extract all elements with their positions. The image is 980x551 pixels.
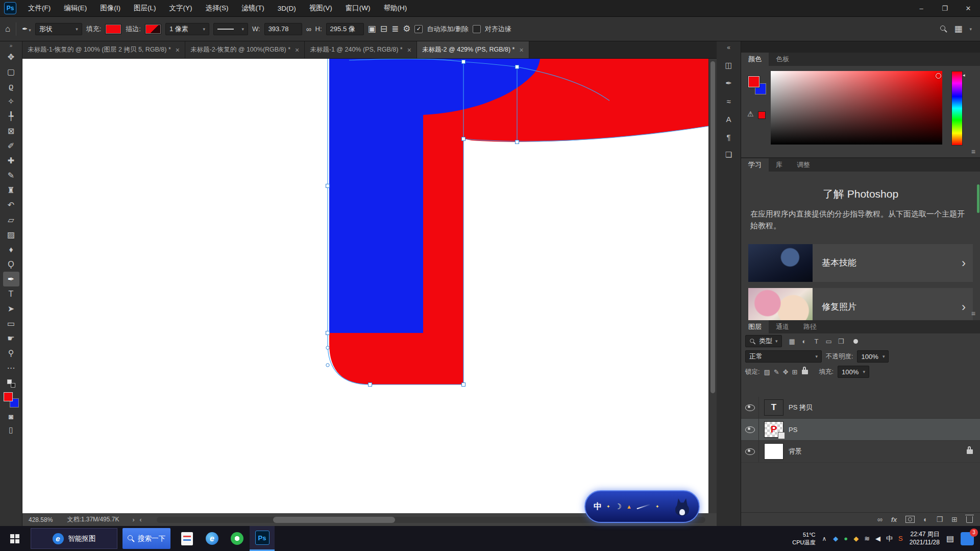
panel-tab[interactable]: 路径 [796, 320, 824, 333]
layer-filter-dropdown[interactable]: 类型 ▾ [745, 335, 782, 347]
menu-item[interactable]: 窗口(W) [339, 0, 377, 16]
tab-close-icon[interactable]: × [295, 46, 299, 54]
filter-type-layers-icon[interactable]: T [812, 338, 822, 345]
workspace-icon[interactable]: ▦ [954, 23, 962, 34]
foreground-color-swatch[interactable] [4, 392, 13, 401]
menu-item[interactable]: 视图(V) [303, 0, 339, 16]
learn-card-basics[interactable]: 基本技能 › [748, 244, 973, 282]
stroke-width-input[interactable]: 1 像素▾ [165, 23, 209, 35]
pen-tool[interactable]: ✒ [3, 272, 19, 286]
adjustment-layer-icon[interactable]: ◐ [923, 515, 927, 523]
add-layer-mask-icon[interactable] [905, 516, 915, 523]
panel-scrollbar-thumb[interactable] [977, 184, 979, 213]
blur-tool[interactable]: ♦ [3, 242, 19, 257]
history-brush-tool[interactable]: ↶ [3, 198, 19, 212]
brush-tool[interactable]: ✎ [3, 168, 19, 183]
menu-item[interactable]: 文字(Y) [163, 0, 199, 16]
move-tool[interactable]: ✥ [3, 50, 19, 64]
panel-tab[interactable]: 颜色 [741, 53, 769, 66]
taskbar-clock[interactable]: 22:47 周日 2021/11/28 [910, 531, 940, 546]
taskbar-edge-icon[interactable]: e [200, 526, 225, 551]
gradient-tool[interactable]: ▨ [3, 227, 19, 242]
fill-color-swatch[interactable] [105, 24, 121, 34]
tab-close-icon[interactable]: × [407, 46, 411, 54]
eyedropper-tool[interactable]: ✐ [3, 138, 19, 153]
document-canvas[interactable] [22, 59, 708, 513]
layer-visibility-toggle[interactable] [741, 419, 759, 440]
shape-height-input[interactable]: 295.5 像 [326, 23, 364, 35]
link-layers-icon[interactable]: ∞ [877, 515, 883, 523]
vertical-scrollbar-thumb[interactable] [710, 61, 715, 393]
desktop-widget[interactable]: 中 ✦ ☽ ▲ ✦ [584, 490, 700, 523]
menu-item[interactable]: 3D(D) [271, 0, 303, 16]
taskbar-wps-icon[interactable] [175, 526, 200, 551]
horizontal-scrollbar-thumb[interactable] [273, 517, 395, 523]
new-group-icon[interactable]: ❒ [937, 515, 943, 523]
tray-ime-indicator[interactable]: 中 [886, 534, 893, 543]
lock-transparent-icon[interactable]: ▨ [764, 368, 770, 376]
path-alignment-icon[interactable]: ⊟ [380, 23, 387, 34]
shape-tool[interactable]: ▭ [3, 316, 19, 331]
marquee-tool[interactable]: ▢ [3, 64, 19, 79]
frame-tool[interactable]: ⊠ [3, 124, 19, 138]
cpu-temp-widget[interactable]: 51°C CPU温度 [792, 531, 815, 546]
tray-icon-security[interactable]: ◆ [833, 535, 838, 542]
menu-item[interactable]: 编辑(E) [57, 0, 93, 16]
toolbar-collapse-icon[interactable]: » [10, 43, 13, 50]
quick-selection-tool[interactable]: ✧ [3, 94, 19, 109]
path-operations-icon[interactable]: ▣ [368, 23, 376, 34]
document-tab[interactable]: 未标题-2 @ 429% (PS, RGB/8) * × [417, 41, 529, 58]
learn-card-retouch[interactable]: 修复照片 › [748, 288, 973, 321]
path-options-gear-icon[interactable]: ⚙ [403, 23, 410, 34]
screen-mode-icon[interactable]: ▯ [9, 425, 13, 435]
home-icon[interactable]: ⌂ [5, 24, 10, 34]
layer-row-ps[interactable]: P PS [741, 419, 980, 441]
stroke-color-swatch[interactable] [145, 24, 161, 34]
zoom-tool[interactable]: ⚲ [3, 346, 19, 361]
panel-tab[interactable]: 色板 [769, 53, 796, 66]
hue-slider[interactable] [951, 71, 963, 146]
tray-icon-wechat[interactable]: ● [844, 535, 848, 542]
color-picker-cursor[interactable] [936, 73, 941, 79]
layer-filter-toggle[interactable] [853, 339, 858, 344]
panel-tab[interactable]: 库 [769, 158, 790, 172]
tray-icon-network[interactable]: ≋ [864, 535, 870, 542]
status-chevron-left-icon[interactable]: ‹ [139, 516, 141, 523]
document-tab[interactable]: 未标题-1-恢复的 @ 100% (图层 2 拷贝 5, RGB/8) * × [22, 41, 185, 58]
menu-item[interactable]: 文件(F) [21, 0, 57, 16]
collapsed-info-panel[interactable]: ✒ [721, 76, 737, 91]
link-dimensions-icon[interactable]: ∞ [306, 25, 311, 33]
filter-shape-layers-icon[interactable]: ▭ [824, 338, 834, 345]
auto-add-delete-checkbox[interactable]: ✓ [414, 25, 423, 33]
collapsed-histogram-panel[interactable]: ≈ [721, 93, 737, 109]
layer-row-background[interactable]: 背景 [741, 441, 980, 463]
close-button[interactable]: ✕ [957, 0, 980, 16]
gamut-warning-swatch[interactable] [758, 111, 766, 119]
stroke-type-select[interactable]: ▾ [213, 23, 248, 35]
layer-thumbnail[interactable] [764, 443, 783, 460]
lock-artboard-icon[interactable]: ⊞ [792, 368, 798, 376]
default-colors-icon[interactable] [7, 379, 15, 388]
tab-close-icon[interactable]: × [176, 46, 180, 54]
tray-icon-sogou[interactable]: S [898, 535, 903, 542]
document-tab[interactable]: 未标题-1 @ 240% (PS, RGB/8) * × [305, 41, 417, 58]
layer-thumbnail[interactable]: P [764, 421, 783, 438]
edit-toolbar-icon[interactable]: ⋯ [3, 361, 19, 375]
blend-mode-select[interactable]: 正常▾ [745, 350, 822, 363]
collapsed-paragraph-panel[interactable]: ¶ [721, 129, 737, 145]
lasso-tool[interactable]: ϱ [3, 79, 19, 94]
saturation-brightness-field[interactable] [771, 71, 942, 145]
quick-mask-icon[interactable]: ◙ [9, 412, 13, 421]
panel-tab[interactable]: 通道 [769, 320, 796, 333]
start-button[interactable] [0, 526, 30, 551]
taskbar-360-browser-icon[interactable] [225, 526, 250, 551]
filter-adjustment-layers-icon[interactable]: ◐ [799, 338, 810, 345]
path-arrangement-icon[interactable]: ≣ [391, 23, 399, 34]
menu-item[interactable]: 图像(I) [93, 0, 127, 16]
dodge-tool[interactable]: Ϙ [3, 257, 19, 272]
shape-width-input[interactable]: 393.78 [264, 23, 302, 35]
panel-tab[interactable]: 调整 [790, 158, 817, 172]
notification-doc-icon[interactable]: ▤ [946, 534, 954, 543]
menu-item[interactable]: 图层(L) [127, 0, 163, 16]
menu-item[interactable]: 选择(S) [199, 0, 235, 16]
